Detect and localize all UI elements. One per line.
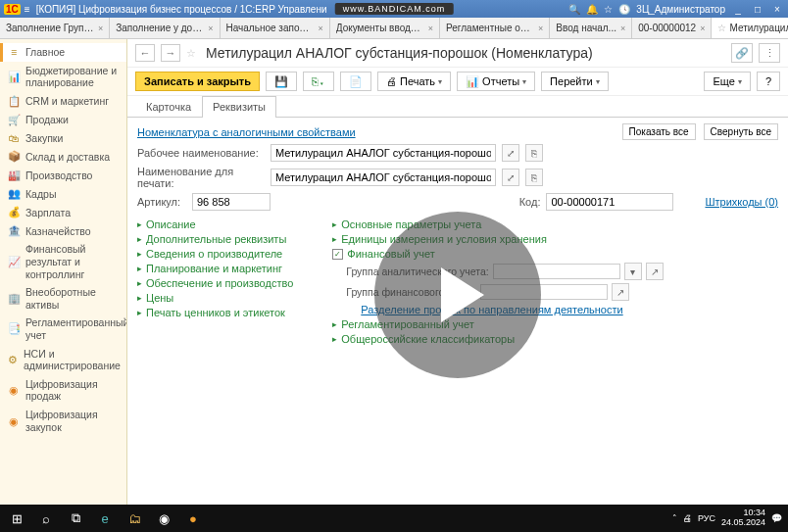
section-toggle[interactable]: ▸Обеспечение и производство (137, 277, 293, 289)
section-toggle[interactable]: Разделение продаж по направлениям деятел… (346, 304, 663, 315)
doc-tab[interactable]: Регламентные операции ...× (440, 18, 550, 38)
similar-items-link[interactable]: Номенклатура с аналогичными свойствами (137, 126, 356, 138)
section-toggle[interactable]: ▸Описание (137, 218, 293, 230)
doc-button[interactable]: 📄 (340, 72, 371, 91)
close-button[interactable]: × (770, 4, 784, 15)
sidebar-item[interactable]: 🛍Закупки (0, 129, 126, 148)
search-icon[interactable]: 🔍 (568, 4, 580, 15)
section-toggle[interactable]: ▸Общероссийские классификаторы (332, 333, 663, 345)
open-icon[interactable]: ↗ (646, 263, 664, 280)
doc-tab[interactable]: 00-00000012× (632, 18, 712, 38)
section-toggle[interactable]: ▸Единицы измерения и условия хранения (332, 233, 663, 245)
task-view-icon[interactable]: ⧉ (65, 508, 86, 529)
nav-forward-button[interactable]: → (161, 44, 180, 62)
sidebar-item[interactable]: ◉Цифровизация закупок (0, 406, 126, 436)
tab-close-icon[interactable]: × (208, 24, 213, 33)
work-name-input[interactable] (271, 144, 496, 162)
sidebar-item[interactable]: 👥Кадры (0, 184, 126, 203)
more-button[interactable]: Еще ▾ (704, 72, 750, 91)
tab-requisites[interactable]: Реквизиты (202, 96, 276, 118)
section-toggle[interactable]: ▸Основные параметры учета (332, 218, 663, 230)
nav-back-button[interactable]: ← (135, 44, 155, 62)
save-button[interactable]: 💾 (266, 72, 297, 91)
tab-close-icon[interactable]: × (538, 24, 543, 33)
sidebar-item[interactable]: 📈Финансовый результат и контроллинг (0, 240, 126, 283)
history-icon[interactable]: 🕓 (618, 4, 630, 15)
barcodes-link[interactable]: Штрихкоды (0) (705, 196, 778, 208)
expand-field-icon[interactable]: ⤢ (502, 169, 519, 186)
tab-close-icon[interactable]: × (428, 24, 433, 33)
section-link[interactable]: Разделение продаж по направлениям деятел… (361, 304, 622, 315)
section-toggle[interactable]: ▸Дополнительные реквизиты (137, 233, 293, 245)
doc-tab[interactable]: Документы ввода начал...× (330, 18, 440, 38)
link-icon[interactable]: 🔗 (731, 43, 753, 63)
print-button[interactable]: 🖨 Печать ▾ (377, 72, 451, 91)
search-taskbar-icon[interactable]: ⌕ (35, 508, 57, 529)
doc-tab[interactable]: Заполнение ГруппыФУ Н...× (0, 18, 110, 38)
tab-close-icon[interactable]: × (620, 24, 625, 33)
sidebar-item[interactable]: 📦Склад и доставка (0, 147, 126, 166)
menu-icon[interactable]: ≡ (25, 4, 30, 15)
collapse-all-button[interactable]: Свернуть все (704, 123, 778, 140)
kebab-icon[interactable]: ⋮ (759, 43, 780, 63)
tray-up-icon[interactable]: ˄ (672, 513, 677, 523)
tray-notif-icon[interactable]: 💬 (771, 513, 782, 523)
tab-close-icon[interactable]: × (319, 24, 323, 33)
section-toggle[interactable]: ▸Цены (137, 292, 293, 304)
show-all-button[interactable]: Показать все (622, 123, 696, 140)
star-icon[interactable]: ☆ (604, 4, 613, 15)
sidebar-item[interactable]: 🏦Казначейство (0, 221, 126, 240)
fav-star-icon[interactable]: ☆ (186, 47, 196, 60)
expand-field-icon[interactable]: ⤢ (502, 144, 519, 162)
doc-tab[interactable]: ☆Метилурацил АНАЛОГ с...× (712, 18, 788, 38)
goto-button[interactable]: Перейти ▾ (541, 72, 609, 91)
save-close-button[interactable]: Записать и закрыть (135, 72, 260, 91)
doc-tab[interactable]: Заполнение у договоров...× (110, 18, 220, 38)
finance-group-input[interactable] (480, 284, 608, 300)
sidebar-item[interactable]: 🏢Внеоборотные активы (0, 283, 126, 314)
sidebar-item[interactable]: ≡Главное (0, 43, 126, 62)
section-toggle[interactable]: ▸Печать ценников и этикеток (137, 307, 293, 318)
section-toggle[interactable]: ▸Планирование и маркетинг (137, 263, 293, 274)
action-icon[interactable]: ⎘ (525, 144, 543, 162)
clone-button[interactable]: ⎘▾ (303, 72, 334, 91)
section-toggle[interactable]: ▸Регламентированный учет (332, 318, 663, 330)
tab-card[interactable]: Карточка (135, 96, 202, 117)
article-input[interactable] (192, 193, 271, 211)
ie-icon[interactable]: e (94, 508, 116, 529)
doc-tab[interactable]: Начальное заполнение× (221, 18, 330, 38)
print-name-input[interactable] (271, 169, 496, 186)
explorer-icon[interactable]: 🗂 (123, 508, 145, 529)
help-button[interactable]: ? (757, 72, 780, 91)
maximize-button[interactable]: □ (751, 4, 764, 15)
sidebar-item[interactable]: ⚙НСИ и администрирование (0, 345, 126, 375)
start-button[interactable]: ⊞ (6, 508, 27, 529)
tray-lang[interactable]: РУС (698, 513, 715, 523)
clock[interactable]: 10:34 24.05.2024 (721, 508, 765, 528)
sidebar-icon: 📊 (8, 71, 20, 83)
bell-icon[interactable]: 🔔 (586, 4, 598, 15)
sidebar-item[interactable]: 🛒Продажи (0, 111, 126, 129)
dropdown-icon[interactable]: ▾ (624, 263, 642, 280)
analytic-group-input[interactable] (493, 264, 620, 279)
sidebar-item[interactable]: 📑Регламентированный учет (0, 314, 126, 344)
sidebar-item[interactable]: 📋CRM и маркетинг (0, 92, 126, 111)
sidebar-item[interactable]: ◉Цифровизация продаж (0, 375, 126, 406)
checkbox-icon[interactable]: ✓ (332, 249, 343, 260)
sidebar-item[interactable]: 🏭Производство (0, 166, 126, 184)
tab-close-icon[interactable]: × (98, 24, 103, 33)
section-toggle[interactable]: ▸Сведения о производителе (137, 248, 293, 260)
tray-printer-icon[interactable]: 🖨 (683, 513, 692, 523)
section-toggle[interactable]: ✓Финансовый учет (332, 248, 663, 260)
action-icon[interactable]: ⎘ (525, 169, 543, 186)
sidebar-item[interactable]: 💰Зарплата (0, 203, 126, 221)
code-input[interactable] (546, 193, 673, 211)
minimize-button[interactable]: _ (731, 4, 745, 15)
open-icon[interactable]: ↗ (612, 283, 629, 301)
sidebar-item[interactable]: 📊Бюджетирование и планирование (0, 62, 126, 92)
tab-close-icon[interactable]: × (700, 24, 705, 33)
reports-button[interactable]: 📊 Отчеты ▾ (457, 72, 535, 91)
app-icon[interactable]: ● (182, 508, 204, 529)
chrome-icon[interactable]: ◉ (153, 508, 174, 529)
doc-tab[interactable]: Ввод начал...× (550, 18, 632, 38)
